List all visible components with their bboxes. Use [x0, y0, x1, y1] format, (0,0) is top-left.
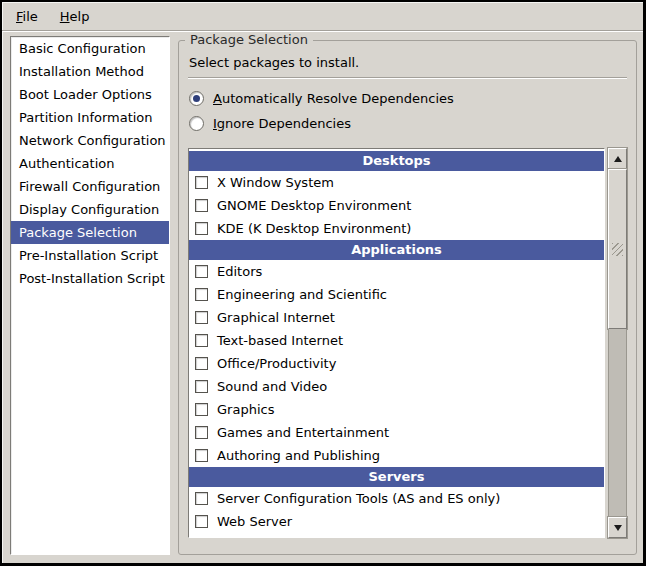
scroll-down-icon [614, 525, 622, 531]
package-row-kde-desktop[interactable]: KDE (K Desktop Environment) [189, 217, 604, 240]
scroll-up-icon [614, 156, 622, 162]
package-row-editors[interactable]: Editors [189, 260, 604, 283]
package-row-graphics[interactable]: Graphics [189, 398, 604, 421]
radio-button-icon[interactable] [189, 116, 204, 131]
package-list: Desktops X Window System GNOME Desktop E… [188, 148, 605, 538]
frame-title: Package Selection [185, 32, 313, 47]
checkbox-icon[interactable] [195, 515, 208, 528]
main-content: Basic Configuration Installation Method … [2, 31, 643, 563]
package-row-authoring-publishing[interactable]: Authoring and Publishing [189, 444, 604, 467]
radio-auto-resolve-label: Automatically Resolve Dependencies [213, 91, 454, 106]
radio-button-icon[interactable] [189, 91, 204, 106]
radio-ignore-dependencies[interactable]: Ignore Dependencies [189, 111, 627, 136]
menu-file[interactable]: File [6, 5, 48, 28]
vertical-scrollbar[interactable] [608, 148, 627, 538]
sidebar-item-network-configuration[interactable]: Network Configuration [11, 129, 169, 152]
section-header-servers: Servers [189, 467, 604, 487]
checkbox-icon[interactable] [195, 176, 208, 189]
package-row-gnome-desktop[interactable]: GNOME Desktop Environment [189, 194, 604, 217]
package-list-scrolled-window: Desktops X Window System GNOME Desktop E… [188, 148, 627, 538]
radio-auto-resolve-dependencies[interactable]: Automatically Resolve Dependencies [189, 86, 627, 111]
sidebar-item-partition-information[interactable]: Partition Information [11, 106, 169, 129]
checkbox-icon[interactable] [195, 426, 208, 439]
menubar: File Help [2, 2, 643, 31]
checkbox-icon[interactable] [195, 311, 208, 324]
scroll-down-button[interactable] [608, 517, 627, 538]
package-row-office-productivity[interactable]: Office/Productivity [189, 352, 604, 375]
sidebar-item-display-configuration[interactable]: Display Configuration [11, 198, 169, 221]
checkbox-icon[interactable] [195, 403, 208, 416]
description-label: Select packages to install. [189, 55, 627, 70]
package-row-graphical-internet[interactable]: Graphical Internet [189, 306, 604, 329]
checkbox-icon[interactable] [195, 222, 208, 235]
package-row-x-window-system[interactable]: X Window System [189, 171, 604, 194]
package-row-engineering-scientific[interactable]: Engineering and Scientific [189, 283, 604, 306]
scrollbar-thumb[interactable] [608, 169, 627, 329]
checkbox-icon[interactable] [195, 199, 208, 212]
checkbox-icon[interactable] [195, 334, 208, 347]
sidebar-item-post-installation-script[interactable]: Post-Installation Script [11, 267, 169, 290]
checkbox-icon[interactable] [195, 357, 208, 370]
app-window: File Help Basic Configuration Installati… [0, 0, 646, 566]
checkbox-icon[interactable] [195, 492, 208, 505]
thumb-grip-icon [612, 243, 623, 256]
scroll-up-button[interactable] [608, 148, 627, 169]
package-row-server-configuration-tools[interactable]: Server Configuration Tools (AS and ES on… [189, 487, 604, 510]
sidebar-item-firewall-configuration[interactable]: Firewall Configuration [11, 175, 169, 198]
sidebar-item-authentication[interactable]: Authentication [11, 152, 169, 175]
menu-help[interactable]: Help [50, 5, 100, 28]
checkbox-icon[interactable] [195, 380, 208, 393]
checkbox-icon[interactable] [195, 288, 208, 301]
package-row-sound-and-video[interactable]: Sound and Video [189, 375, 604, 398]
sidebar-item-installation-method[interactable]: Installation Method [11, 60, 169, 83]
sidebar-nav: Basic Configuration Installation Method … [10, 36, 170, 555]
sidebar-item-basic-configuration[interactable]: Basic Configuration [11, 37, 169, 60]
package-selection-frame: Package Selection Select packages to ins… [178, 40, 637, 555]
section-header-desktops: Desktops [189, 151, 604, 171]
checkbox-icon[interactable] [195, 449, 208, 462]
radio-ignore-deps-label: Ignore Dependencies [213, 116, 351, 131]
checkbox-icon[interactable] [195, 265, 208, 278]
package-row-web-server[interactable]: Web Server [189, 510, 604, 533]
scrollbar-trough[interactable] [608, 329, 627, 517]
section-header-applications: Applications [189, 240, 604, 260]
sidebar-item-package-selection[interactable]: Package Selection [11, 221, 169, 244]
sidebar-item-pre-installation-script[interactable]: Pre-Installation Script [11, 244, 169, 267]
separator [188, 77, 627, 79]
sidebar-item-boot-loader-options[interactable]: Boot Loader Options [11, 83, 169, 106]
package-row-games-entertainment[interactable]: Games and Entertainment [189, 421, 604, 444]
package-row-text-based-internet[interactable]: Text-based Internet [189, 329, 604, 352]
